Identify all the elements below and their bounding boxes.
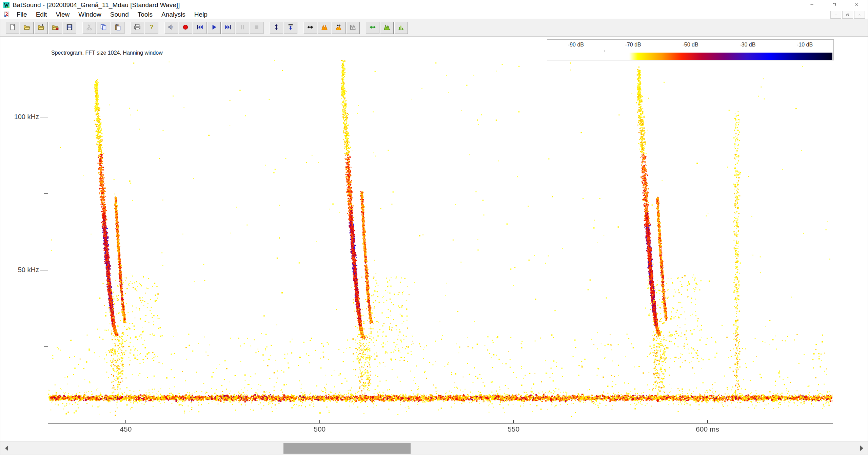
db-label: -70 dB (625, 42, 641, 48)
toolbar-button-new-file[interactable] (6, 22, 19, 34)
toolbar-button-time-compress[interactable] (303, 22, 317, 34)
db-color-legend: -90 dB-70 dB-50 dB-30 dB-10 dB (547, 39, 834, 60)
menu-edit[interactable]: Edit (32, 10, 52, 19)
mdi-close-icon (857, 12, 862, 18)
y-tick (40, 270, 48, 270)
spectrogram-canvas[interactable] (48, 60, 832, 423)
minimize-button[interactable] (801, 0, 823, 10)
analyze-spectrum-icon (397, 24, 405, 32)
x-tick-label: 550 (508, 425, 519, 433)
toolbar-button-print[interactable] (131, 22, 144, 34)
menu-window[interactable]: Window (74, 10, 106, 19)
y-tick (44, 346, 48, 347)
cut-icon (85, 24, 93, 32)
x-tick (319, 420, 320, 423)
time-expand-icon (369, 24, 376, 32)
new-file-icon (9, 24, 16, 32)
toolbar-button-amplitude-zoom-in[interactable] (270, 22, 283, 34)
restore-button[interactable] (823, 0, 845, 10)
play-icon (210, 24, 218, 32)
toolbar-button-spectrogram-view[interactable] (318, 22, 331, 34)
scroll-left-arrow-icon[interactable] (0, 442, 13, 455)
menu-view[interactable]: View (51, 10, 74, 19)
save-file-icon (66, 24, 73, 32)
open-file-icon (23, 24, 31, 32)
close-button[interactable] (845, 0, 868, 10)
pause-icon (239, 24, 246, 32)
open-append-icon (37, 24, 45, 32)
menu-analysis[interactable]: Analysis (157, 10, 190, 19)
time-compress-icon (307, 24, 314, 32)
toolbar-button-oscillogram-view[interactable] (346, 22, 360, 34)
document-icon (4, 12, 9, 17)
batsound-app-icon (3, 2, 9, 8)
svg-text:?: ? (150, 24, 153, 31)
print-icon (134, 24, 141, 32)
copy-icon (100, 24, 107, 32)
analyze-spectrogram-icon (383, 24, 391, 32)
toolbar-button-spectrogram-settings[interactable] (332, 22, 346, 34)
toolbar-button-time-expand[interactable] (366, 22, 379, 34)
toolbar-button-open-import[interactable] (48, 22, 62, 34)
mdi-restore-icon (846, 12, 850, 18)
open-import-icon (52, 24, 59, 32)
minimize-icon (809, 2, 814, 8)
batsound-window: BatSound - [20200904_Grenå_11_Mdau [Stan… (0, 0, 868, 455)
db-label: -90 dB (568, 42, 584, 48)
x-tick-label: 450 (120, 425, 132, 433)
window-title: BatSound - [20200904_Grenå_11_Mdau [Stan… (13, 1, 180, 9)
mdi-close-button[interactable] (854, 11, 865, 19)
x-tick-label: 500 (314, 425, 326, 433)
db-tick (576, 50, 576, 52)
amplitude-zoom-in-icon (273, 24, 280, 32)
toolbar-button-amplitude-zoom-out[interactable] (284, 22, 297, 34)
menu-file[interactable]: File (12, 10, 32, 19)
skip-to-start-icon (196, 24, 203, 32)
window-controls (801, 0, 868, 10)
toolbar-button-analyze-spectrum[interactable] (394, 22, 408, 34)
y-tick (44, 193, 48, 194)
close-icon (854, 2, 859, 8)
toolbar-button-open-file[interactable] (20, 22, 34, 34)
y-tick (40, 117, 48, 117)
toolbar-button-play[interactable] (207, 22, 221, 34)
scrollbar-thumb[interactable] (283, 443, 411, 454)
menu-sound[interactable]: Sound (106, 10, 133, 19)
db-tick (605, 50, 605, 52)
x-tick (707, 420, 708, 423)
toolbar-button-record[interactable] (179, 22, 192, 34)
toolbar-button-paste[interactable] (111, 22, 124, 34)
x-axis-line (48, 423, 833, 424)
mdi-controls (830, 11, 865, 19)
amplitude-zoom-out-icon (287, 24, 294, 32)
toolbar-button-stop[interactable] (250, 22, 263, 34)
sound-output-icon (167, 24, 175, 32)
db-label: -30 dB (739, 42, 755, 48)
toolbar-button-cut[interactable] (82, 22, 96, 34)
toolbar-button-help[interactable]: ? (145, 22, 158, 34)
horizontal-scrollbar[interactable] (0, 441, 868, 455)
mdi-restore-button[interactable] (842, 11, 853, 19)
db-label: -50 dB (682, 42, 698, 48)
help-icon: ? (148, 24, 155, 32)
paste-icon (114, 24, 121, 32)
toolbar-button-save-file[interactable] (63, 22, 76, 34)
toolbar-button-analyze-spectrogram[interactable] (380, 22, 394, 34)
db-label: -10 dB (797, 42, 813, 48)
spectrogram-title: Spectrogram, FFT size 1024, Hanning wind… (51, 50, 163, 56)
toolbar-button-skip-to-end[interactable] (221, 22, 235, 34)
y-tick-label: 50 kHz (5, 266, 39, 274)
toolbar-button-pause[interactable] (236, 22, 249, 34)
menu-help[interactable]: Help (190, 10, 212, 19)
toolbar: ? (0, 19, 868, 37)
toolbar-button-skip-to-start[interactable] (193, 22, 206, 34)
mdi-minimize-button[interactable] (830, 11, 841, 19)
menu-tools[interactable]: Tools (133, 10, 157, 19)
db-colorbar (548, 53, 832, 60)
x-tick-label: 600 ms (696, 425, 719, 433)
title-bar: BatSound - [20200904_Grenå_11_Mdau [Stan… (0, 0, 868, 10)
toolbar-button-copy[interactable] (97, 22, 110, 34)
toolbar-button-sound-output[interactable] (164, 22, 178, 34)
toolbar-button-open-append[interactable] (34, 22, 48, 34)
scroll-right-arrow-icon[interactable] (855, 442, 868, 455)
